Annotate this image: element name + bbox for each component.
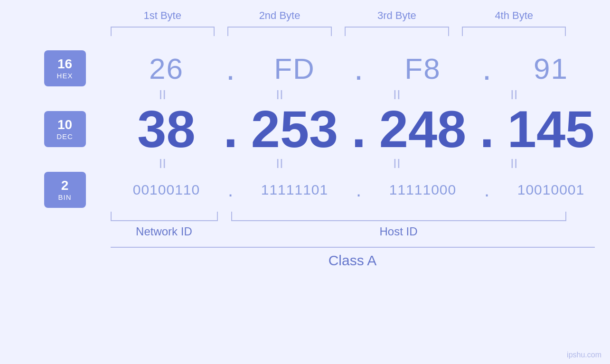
- bin-byte-3: 11111000: [366, 182, 480, 198]
- host-bracket: [231, 212, 566, 221]
- network-bracket: [111, 212, 218, 221]
- dec-byte-2: 253: [238, 103, 352, 155]
- bin-byte-1: 00100110: [110, 182, 224, 198]
- dec-dot-1: .: [224, 103, 238, 155]
- bracket-4: [462, 27, 566, 36]
- bin-dot-1: .: [224, 180, 238, 199]
- class-section: Class A: [111, 247, 566, 269]
- byte-header-4: 4th Byte: [462, 9, 566, 22]
- dec-dot-3: .: [480, 103, 494, 155]
- bottom-labels: Network ID Host ID: [111, 225, 566, 238]
- dec-values: 38 . 253 . 248 . 145: [110, 103, 608, 155]
- equals-2-1: II: [111, 156, 215, 171]
- host-id-label: Host ID: [231, 225, 566, 238]
- hex-values: 26 . FD . F8 . 91: [110, 52, 608, 85]
- bin-values: 00100110 . 11111101 . 11111000 . 1001000…: [110, 180, 608, 199]
- hex-badge-number: 16: [57, 57, 72, 72]
- hex-badge-label: HEX: [57, 72, 73, 80]
- byte-header-3: 3rd Byte: [345, 9, 449, 22]
- dec-byte-1: 38: [110, 103, 224, 155]
- dec-badge-number: 10: [57, 118, 72, 132]
- hex-dot-3: .: [480, 52, 494, 85]
- class-line: [111, 247, 595, 248]
- byte-headers: 1st Byte 2nd Byte 3rd Byte 4th Byte: [111, 9, 566, 22]
- dec-byte-4: 145: [494, 103, 608, 155]
- equals-row-2: II II II II: [111, 155, 566, 172]
- equals-2-4: II: [462, 156, 566, 171]
- bottom-brackets: [111, 212, 566, 221]
- byte-header-2: 2nd Byte: [227, 9, 331, 22]
- hex-badge: 16 HEX: [44, 50, 86, 86]
- bracket-3: [345, 27, 449, 36]
- bin-dot-3: .: [480, 180, 494, 199]
- equals-2-3: II: [345, 156, 449, 171]
- bin-badge-label: BIN: [58, 193, 71, 201]
- bin-byte-4: 10010001: [494, 182, 608, 198]
- hex-dot-2: .: [352, 52, 366, 85]
- hex-dot-1: .: [224, 52, 238, 85]
- class-label: Class A: [111, 252, 595, 269]
- dec-badge: 10 DEC: [44, 111, 86, 147]
- bracket-1: [111, 27, 215, 36]
- dec-row: 10 DEC 38 . 253 . 248 . 145: [44, 103, 566, 155]
- watermark: ipshu.com: [567, 351, 601, 359]
- dec-dot-2: .: [352, 103, 366, 155]
- equals-2-2: II: [227, 156, 331, 171]
- main-container: 1st Byte 2nd Byte 3rd Byte 4th Byte 16 H…: [44, 0, 566, 269]
- hex-byte-1: 26: [110, 52, 224, 85]
- bin-badge: 2 BIN: [44, 172, 86, 208]
- bracket-2: [227, 27, 331, 36]
- hex-byte-4: 91: [494, 52, 608, 85]
- bin-dot-2: .: [352, 180, 366, 199]
- dec-badge-label: DEC: [56, 132, 73, 140]
- hex-row: 16 HEX 26 . FD . F8 . 91: [44, 50, 566, 86]
- hex-byte-3: F8: [366, 52, 480, 85]
- bin-badge-number: 2: [61, 178, 69, 193]
- dec-byte-3: 248: [366, 103, 480, 155]
- bottom-section: Network ID Host ID: [111, 212, 566, 238]
- top-brackets: [111, 27, 566, 36]
- bin-byte-2: 11111101: [238, 182, 352, 198]
- network-id-label: Network ID: [111, 225, 218, 238]
- bin-row: 2 BIN 00100110 . 11111101 . 11111000 . 1…: [44, 172, 566, 208]
- byte-header-1: 1st Byte: [111, 9, 215, 22]
- hex-byte-2: FD: [238, 52, 352, 85]
